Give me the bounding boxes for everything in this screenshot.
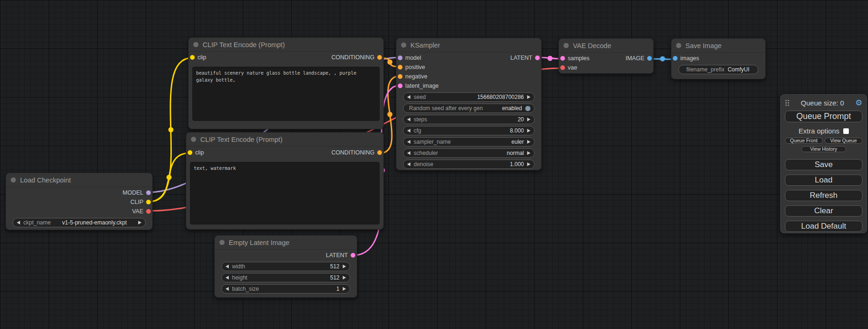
widget-value: v1-5-pruned-emaonly.ckpt <box>62 219 127 226</box>
node-titlebar[interactable]: VAE Decode <box>559 39 653 53</box>
save-button[interactable]: Save <box>785 159 862 170</box>
node-titlebar[interactable]: KSampler <box>396 38 541 52</box>
link-midpoint-dot <box>388 60 393 65</box>
increment-icon[interactable] <box>138 221 141 224</box>
extra-options-checkbox[interactable] <box>843 128 849 134</box>
output-label: LATENT <box>326 252 348 259</box>
widget-value: 1 <box>336 286 339 292</box>
clip-input-port[interactable] <box>188 150 192 155</box>
decrement-icon[interactable] <box>226 276 229 280</box>
seed-widget[interactable]: seed 156680208700286 <box>403 92 535 102</box>
node-empty-latent-image[interactable]: Empty Latent Image LATENT width 512 heig… <box>214 235 357 298</box>
increment-icon[interactable] <box>527 118 530 121</box>
filename-prefix-widget[interactable]: filename_prefix ComfyUI <box>678 65 758 74</box>
conditioning-output-port[interactable] <box>377 55 382 60</box>
node-titlebar[interactable]: Empty Latent Image <box>215 236 357 250</box>
positive-input-port[interactable] <box>398 65 402 70</box>
decrement-icon[interactable] <box>407 162 410 166</box>
negative-prompt-textarea[interactable]: text, watermark <box>190 162 380 224</box>
decrement-icon[interactable] <box>226 287 229 291</box>
conditioning-output-port[interactable] <box>377 150 382 155</box>
decrement-icon[interactable] <box>17 221 20 224</box>
increment-icon[interactable] <box>527 151 530 155</box>
model-output-port[interactable] <box>146 190 151 195</box>
view-queue-button[interactable]: View Queue <box>825 138 862 144</box>
denoise-widget[interactable]: denoise 1.000 <box>403 160 535 169</box>
latent-output-port[interactable] <box>535 56 540 60</box>
node-load-checkpoint[interactable]: Load Checkpoint MODEL CLIP VAE ckpt_name… <box>6 173 153 230</box>
clear-button[interactable]: Clear <box>785 205 862 217</box>
latent-image-input-port[interactable] <box>398 84 402 88</box>
load-default-button[interactable]: Load Default <box>785 221 862 232</box>
node-title: CLIP Text Encode (Prompt) <box>200 136 282 143</box>
decrement-icon[interactable] <box>407 151 410 155</box>
collapse-dot-icon[interactable] <box>11 177 16 182</box>
negative-input-port[interactable] <box>398 74 402 79</box>
decrement-icon[interactable] <box>407 129 410 133</box>
widget-value: 1.000 <box>510 161 524 168</box>
node-titlebar[interactable]: Save Image <box>671 39 765 53</box>
widget-value: 156680208700286 <box>477 94 524 100</box>
node-save-image[interactable]: Save Image images filename_prefix ComfyU… <box>671 38 766 79</box>
collapse-dot-icon[interactable] <box>219 240 225 245</box>
cfg-widget[interactable]: cfg 8.000 <box>403 126 535 135</box>
collapse-dot-icon[interactable] <box>191 137 196 142</box>
collapse-dot-icon[interactable] <box>676 43 681 48</box>
load-button[interactable]: Load <box>785 175 862 186</box>
vae-input-port[interactable] <box>560 65 565 70</box>
ckpt-name-widget[interactable]: ckpt_name v1-5-pruned-emaonly.ckpt <box>13 218 146 227</box>
model-input-port[interactable] <box>398 56 402 60</box>
view-history-button[interactable]: View History <box>801 146 846 152</box>
node-titlebar[interactable]: Load Checkpoint <box>6 173 152 187</box>
clip-output-port[interactable] <box>146 200 151 204</box>
decrement-icon[interactable] <box>407 140 410 144</box>
vae-output-port[interactable] <box>146 209 151 214</box>
widget-label: steps <box>414 116 427 123</box>
decrement-icon[interactable] <box>407 118 410 121</box>
random-seed-toggle-widget[interactable]: Random seed after every gen enabled <box>403 104 535 113</box>
refresh-button[interactable]: Refresh <box>785 190 862 201</box>
decrement-icon[interactable] <box>226 265 229 268</box>
samples-input-port[interactable] <box>560 56 565 61</box>
node-titlebar[interactable]: CLIP Text Encode (Prompt) <box>186 133 383 147</box>
increment-icon[interactable] <box>343 287 346 291</box>
queue-prompt-button[interactable]: Queue Prompt <box>785 111 862 122</box>
height-widget[interactable]: height 512 <box>221 273 350 282</box>
node-title: CLIP Text Encode (Prompt) <box>203 41 285 49</box>
collapse-dot-icon[interactable] <box>193 42 198 47</box>
positive-prompt-textarea[interactable]: beautiful scenery nature glass bottle la… <box>192 67 380 121</box>
latent-output-port[interactable] <box>351 253 355 258</box>
queue-front-button[interactable]: Queue Front <box>785 138 823 144</box>
batch-size-widget[interactable]: batch_size 1 <box>221 284 350 294</box>
decrement-icon[interactable] <box>407 95 410 99</box>
toggle-dot-icon[interactable] <box>525 106 530 111</box>
increment-icon[interactable] <box>343 276 346 280</box>
image-output-port[interactable] <box>647 56 652 61</box>
drag-handle-icon[interactable] <box>785 99 790 106</box>
scheduler-widget[interactable]: scheduler normal <box>403 148 535 158</box>
link-midpoint-dot <box>388 112 393 117</box>
collapse-dot-icon[interactable] <box>564 43 569 48</box>
increment-icon[interactable] <box>527 129 530 133</box>
link-midpoint-dot <box>169 127 174 133</box>
clip-input-port[interactable] <box>190 55 195 60</box>
increment-icon[interactable] <box>343 265 346 268</box>
increment-icon[interactable] <box>527 140 530 144</box>
settings-gear-icon[interactable]: ⚙ <box>855 99 862 107</box>
node-clip-text-encode-negative[interactable]: CLIP Text Encode (Prompt) clip CONDITION… <box>186 132 384 230</box>
sampler-name-widget[interactable]: sampler_name euler <box>403 137 535 147</box>
node-titlebar[interactable]: CLIP Text Encode (Prompt) <box>189 38 383 52</box>
node-title: Save Image <box>685 42 721 49</box>
collapse-dot-icon[interactable] <box>401 42 406 48</box>
node-ksampler[interactable]: KSampler model LATENT positive negative … <box>396 38 542 170</box>
increment-icon[interactable] <box>527 95 530 99</box>
steps-widget[interactable]: steps 20 <box>403 115 535 124</box>
node-graph-canvas[interactable]: Load Checkpoint MODEL CLIP VAE ckpt_name… <box>0 0 868 329</box>
node-clip-text-encode-positive[interactable]: CLIP Text Encode (Prompt) clip CONDITION… <box>188 37 384 129</box>
widget-label: cfg <box>414 127 421 134</box>
node-title: KSampler <box>410 42 440 49</box>
node-vae-decode[interactable]: VAE Decode samples IMAGE vae <box>558 38 654 74</box>
increment-icon[interactable] <box>527 162 530 166</box>
images-input-port[interactable] <box>673 56 677 61</box>
width-widget[interactable]: width 512 <box>221 262 350 271</box>
